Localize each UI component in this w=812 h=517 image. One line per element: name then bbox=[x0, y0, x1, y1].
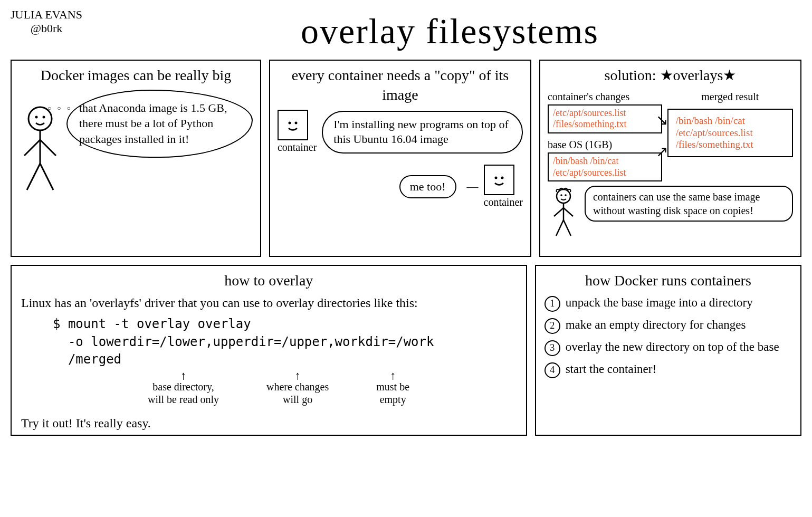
panel1-heading: Docker images can be really big bbox=[19, 66, 253, 85]
author-name: JULIA EVANS bbox=[11, 8, 82, 22]
step-number-icon: 1 bbox=[544, 296, 560, 312]
steps-list: 1unpack the base image into a directory … bbox=[544, 295, 792, 378]
svg-point-14 bbox=[565, 194, 567, 196]
arrow-icon: ↘ bbox=[656, 111, 668, 130]
merged-filebox: /bin/bash /bin/cat /etc/apt/sources.list… bbox=[667, 109, 793, 157]
row-2: how to overlay Linux has an 'overlayfs' … bbox=[11, 265, 801, 436]
step-1-text: unpack the base image into a directory bbox=[566, 295, 753, 311]
annot2-text: where changes will go bbox=[266, 381, 329, 405]
svg-point-2 bbox=[43, 116, 45, 118]
panel-how-docker-runs: how Docker runs containers 1unpack the b… bbox=[535, 265, 801, 436]
panel3-bottom-text: containers can use the same base image w… bbox=[593, 191, 760, 216]
container-label-2: container bbox=[484, 195, 523, 209]
code-block: $ mount -t overlay overlay -o lowerdir=/… bbox=[53, 315, 517, 369]
panel-solution-overlays: solution: ★overlays★ container's changes… bbox=[539, 60, 801, 257]
panel-docker-images-big: Docker images can be really big ○ ○ ○ th… bbox=[11, 60, 261, 257]
panel2-speech2: me too! bbox=[410, 180, 446, 193]
panel4-outro: Try it out! It's really easy. bbox=[21, 415, 517, 432]
svg-point-12 bbox=[557, 189, 570, 203]
svg-line-18 bbox=[556, 220, 563, 236]
changes-filebox: /etc/apt/sources.list /files/something.t… bbox=[548, 104, 662, 133]
svg-point-10 bbox=[494, 177, 497, 179]
panel4-heading: how to overlay bbox=[21, 271, 517, 290]
step-number-icon: 2 bbox=[544, 318, 560, 334]
svg-point-11 bbox=[501, 177, 503, 179]
annot-upperdir: ↑ where changes will go bbox=[266, 369, 329, 406]
thought-dots-icon: ○ ○ ○ bbox=[47, 104, 73, 112]
step-number-icon: 3 bbox=[544, 340, 560, 356]
changes-label: container's changes bbox=[548, 90, 662, 103]
step-2-text: make an empty directory for changes bbox=[566, 317, 746, 333]
svg-line-7 bbox=[40, 164, 53, 190]
svg-line-17 bbox=[563, 208, 573, 216]
author-block: JULIA EVANS @b0rk bbox=[11, 8, 82, 36]
speech-bubble-1: I'm installing new programs on top of th… bbox=[322, 111, 523, 154]
svg-line-6 bbox=[27, 164, 40, 190]
annot3-text: must be empty bbox=[376, 381, 409, 405]
annot-lowerdir: ↑ base directory, will be read only bbox=[148, 369, 219, 406]
stick-figure-curly-icon bbox=[548, 186, 579, 238]
svg-point-9 bbox=[294, 122, 297, 125]
svg-line-16 bbox=[554, 208, 563, 216]
step-item: 1unpack the base image into a directory bbox=[544, 295, 792, 312]
svg-point-1 bbox=[35, 116, 38, 118]
panel-container-copy: every container needs a "copy" of its im… bbox=[269, 60, 531, 257]
panel2-speech1: I'm installing new programs on top of th… bbox=[333, 118, 508, 146]
panel3-heading: solution: ★overlays★ bbox=[548, 66, 793, 85]
panel5-heading: how Docker runs containers bbox=[544, 271, 792, 290]
panel2-heading: every container needs a "copy" of its im… bbox=[278, 66, 523, 104]
panel3-heading-prefix: solution: bbox=[605, 67, 656, 83]
thought-bubble: ○ ○ ○ that Anaconda image is 1.5 GB, the… bbox=[66, 90, 253, 158]
author-handle: @b0rk bbox=[11, 22, 82, 35]
panel3-heading-word: overlays bbox=[673, 67, 723, 83]
svg-point-8 bbox=[288, 122, 291, 125]
annot1-text: base directory, will be read only bbox=[148, 381, 219, 405]
page-title: overlay filesystems bbox=[98, 8, 801, 54]
base-label: base OS (1GB) bbox=[548, 138, 662, 151]
step-4-text: start the container! bbox=[566, 361, 656, 377]
merged-label: merged result bbox=[667, 90, 793, 103]
step-item: 2make an empty directory for changes bbox=[544, 317, 792, 334]
annotation-row: ↑ base directory, will be read only ↑ wh… bbox=[148, 369, 517, 406]
panel1-thought-text: that Anaconda image is 1.5 GB, there mus… bbox=[79, 101, 227, 146]
base-filebox: /bin/bash /bin/cat /etc/apt/sources.list bbox=[548, 152, 662, 181]
container-box-icon-2 bbox=[484, 165, 514, 195]
arrow-icon: ↗ bbox=[656, 142, 668, 161]
svg-line-5 bbox=[40, 140, 56, 156]
speech-bubble-3: containers can use the same base image w… bbox=[585, 186, 793, 222]
annot-workdir: ↑ must be empty bbox=[376, 369, 409, 406]
svg-line-4 bbox=[24, 140, 40, 156]
container-box-icon bbox=[278, 110, 308, 140]
header: JULIA EVANS @b0rk overlay filesystems bbox=[11, 8, 801, 54]
speech-bubble-2: me too! bbox=[399, 175, 456, 199]
step-number-icon: 4 bbox=[544, 362, 560, 378]
panel4-intro: Linux has an 'overlayfs' driver that you… bbox=[21, 295, 517, 311]
svg-point-13 bbox=[560, 194, 562, 196]
row-1: Docker images can be really big ○ ○ ○ th… bbox=[11, 60, 801, 257]
step-3-text: overlay the new directory on top of the … bbox=[566, 339, 779, 355]
svg-line-19 bbox=[563, 220, 571, 236]
step-item: 4start the container! bbox=[544, 361, 792, 378]
panel-how-to-overlay: how to overlay Linux has an 'overlayfs' … bbox=[11, 265, 527, 436]
container-label-1: container bbox=[278, 140, 317, 154]
step-item: 3overlay the new directory on top of the… bbox=[544, 339, 792, 356]
